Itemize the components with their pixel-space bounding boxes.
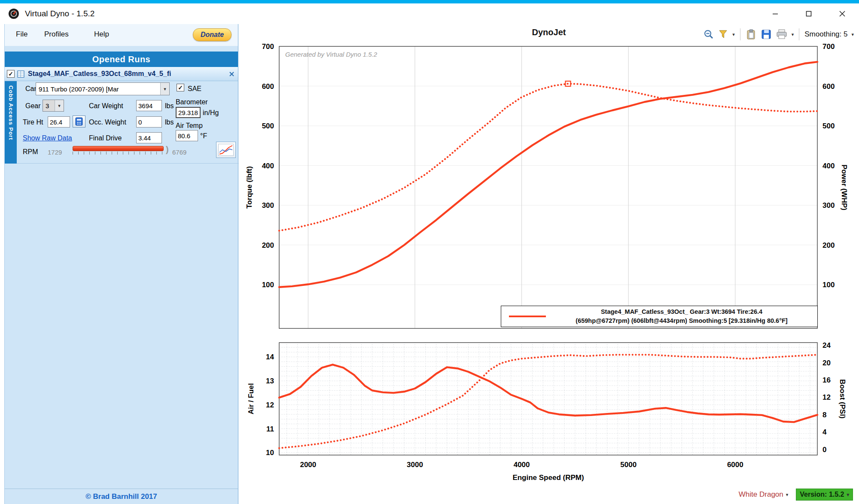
minimize-button[interactable] xyxy=(758,3,792,24)
status-bar: White Dragon ▾ Version: 1.5.2 ▾ xyxy=(739,489,853,501)
svg-text:6000: 6000 xyxy=(727,461,743,469)
svg-text:500: 500 xyxy=(822,122,835,130)
svg-text:Power (WHP): Power (WHP) xyxy=(840,164,848,210)
car-weight-input[interactable] xyxy=(136,100,162,111)
legend-line-2: (659hp@6727rpm) (606lbft@4434rpm) Smooth… xyxy=(546,316,817,325)
svg-text:24: 24 xyxy=(822,341,831,349)
occ-weight-label: Occ. Weight xyxy=(89,118,126,126)
svg-text:Boost (PSI): Boost (PSI) xyxy=(838,379,847,419)
show-raw-data-link[interactable]: Show Raw Data xyxy=(23,134,72,142)
air-temp-input[interactable] xyxy=(176,130,198,141)
rpm-min-value: 1729 xyxy=(48,149,62,156)
app-window: Virtual Dyno - 1.5.2 File Profiles Help … xyxy=(0,0,859,504)
chevron-down-icon: ▾ xyxy=(847,492,849,498)
sae-label: SAE xyxy=(188,85,201,93)
svg-text:Engine Speed (RPM): Engine Speed (RPM) xyxy=(512,474,584,482)
svg-text:400: 400 xyxy=(262,162,274,170)
gear-select[interactable]: 3 ▾ xyxy=(43,100,64,112)
mini-graph-icon xyxy=(218,144,234,156)
rpm-label: RPM xyxy=(23,148,38,156)
svg-text:100: 100 xyxy=(262,281,274,289)
smoothing-selector[interactable]: Smoothing: 5 xyxy=(804,30,847,39)
final-drive-input[interactable] xyxy=(136,132,162,143)
menu-bar: File Profiles Help Donate xyxy=(5,24,238,46)
donate-button[interactable]: Donate xyxy=(193,28,232,41)
menu-profiles[interactable]: Profiles xyxy=(44,30,69,39)
tire-calculator-button[interactable] xyxy=(73,115,85,128)
gear-label: Gear xyxy=(25,102,41,110)
run-close-icon[interactable] xyxy=(229,71,235,77)
copyright: © Brad Barnhill 2017 xyxy=(5,489,238,504)
svg-text:2000: 2000 xyxy=(300,461,316,469)
run-tab[interactable]: ✓ Stage4_MAF_Catless_93Oct_68mm_v4_5_fi xyxy=(5,67,238,81)
svg-text:3000: 3000 xyxy=(407,461,423,469)
svg-text:300: 300 xyxy=(822,201,835,209)
cobb-access-port-label: Cobb Access Port xyxy=(8,85,14,140)
tire-ht-input[interactable] xyxy=(48,116,70,128)
run-checkbox[interactable]: ✓ xyxy=(7,70,15,78)
titlebar[interactable]: Virtual Dyno - 1.5.2 xyxy=(0,3,859,24)
car-value: 911 Turbo (2007-2009) [Mar xyxy=(36,85,160,93)
menu-file[interactable]: File xyxy=(16,30,27,39)
rpm-slider-ticks xyxy=(73,152,164,155)
barometer-label: Barometer xyxy=(176,98,208,106)
svg-text:500: 500 xyxy=(262,122,274,130)
svg-text:200: 200 xyxy=(262,241,274,249)
run-name: Stage4_MAF_Catless_93Oct_68mm_v4_5_fi xyxy=(28,70,171,78)
svg-text:4: 4 xyxy=(822,428,827,436)
svg-text:12: 12 xyxy=(266,401,274,409)
legend-line-sample xyxy=(509,316,546,317)
run-color-preview-button[interactable] xyxy=(216,142,236,158)
chevron-down-icon[interactable]: ▾ xyxy=(732,32,735,37)
app-icon xyxy=(8,8,20,20)
svg-text:20: 20 xyxy=(822,359,831,367)
menu-help[interactable]: Help xyxy=(94,30,109,39)
sae-checkbox[interactable]: ✓ xyxy=(177,84,184,91)
final-drive-label: Final Drive xyxy=(89,134,122,142)
version-selector[interactable]: Version: 1.5.2 ▾ xyxy=(796,489,853,501)
chevron-down-icon[interactable]: ▾ xyxy=(160,83,169,95)
svg-text:100: 100 xyxy=(822,281,835,289)
svg-text:300: 300 xyxy=(262,201,274,209)
air-temp-unit: °F xyxy=(200,132,207,140)
svg-text:Generated by Virtual Dyno 1.5.: Generated by Virtual Dyno 1.5.2 xyxy=(285,51,378,58)
dyno-chart[interactable]: Generated by Virtual Dyno 1.5.2100200300… xyxy=(239,39,859,339)
svg-text:200: 200 xyxy=(822,241,835,249)
svg-text:14: 14 xyxy=(266,353,274,361)
window-controls xyxy=(758,3,859,24)
car-select[interactable]: 911 Turbo (2007-2009) [Mar ▾ xyxy=(36,82,170,95)
occ-weight-unit: lbs xyxy=(165,118,174,126)
barometer-unit: in/Hg xyxy=(203,109,219,117)
svg-text:600: 600 xyxy=(822,82,835,91)
rpm-slider-right-thumb[interactable]: ) xyxy=(166,145,169,155)
rpm-range-slider[interactable] xyxy=(73,146,164,155)
chart-legend: Stage4_MAF_Catless_93Oct_ Gear:3 Wt:3694… xyxy=(501,306,818,327)
occ-weight-input[interactable] xyxy=(136,116,162,128)
svg-text:600: 600 xyxy=(262,82,274,91)
chevron-down-icon[interactable]: ▾ xyxy=(792,32,794,37)
theme-selector[interactable]: White Dragon xyxy=(739,490,783,499)
rpm-max-value: 6769 xyxy=(172,149,186,156)
svg-text:12: 12 xyxy=(822,393,831,401)
rpm-slider-track[interactable] xyxy=(73,146,164,151)
svg-text:Torque (lbft): Torque (lbft) xyxy=(245,166,253,209)
svg-text:11: 11 xyxy=(266,425,274,433)
maximize-button[interactable] xyxy=(792,3,825,24)
car-label: Car xyxy=(25,85,37,93)
filter-icon[interactable] xyxy=(718,29,728,39)
svg-text:0: 0 xyxy=(822,446,826,454)
chevron-down-icon[interactable]: ▾ xyxy=(786,492,789,498)
gear-value: 3 xyxy=(43,102,55,109)
close-button[interactable] xyxy=(825,3,859,24)
cobb-access-port-tab[interactable]: Cobb Access Port xyxy=(5,81,17,164)
chevron-down-icon[interactable]: ▾ xyxy=(851,32,854,37)
svg-text:700: 700 xyxy=(262,43,274,51)
legend-text: Stage4_MAF_Catless_93Oct_ Gear:3 Wt:3694… xyxy=(546,307,817,325)
barometer-input[interactable] xyxy=(176,107,201,118)
window-accent-strip xyxy=(0,0,859,3)
chevron-down-icon[interactable]: ▾ xyxy=(55,100,64,111)
svg-text:4000: 4000 xyxy=(514,461,530,469)
afr-boost-chart[interactable]: 1011121314048121620242000300040005000600… xyxy=(239,339,859,485)
sidebar: File Profiles Help Donate Opened Runs ✓ … xyxy=(4,24,238,504)
version-label: Version: 1.5.2 xyxy=(800,491,844,498)
